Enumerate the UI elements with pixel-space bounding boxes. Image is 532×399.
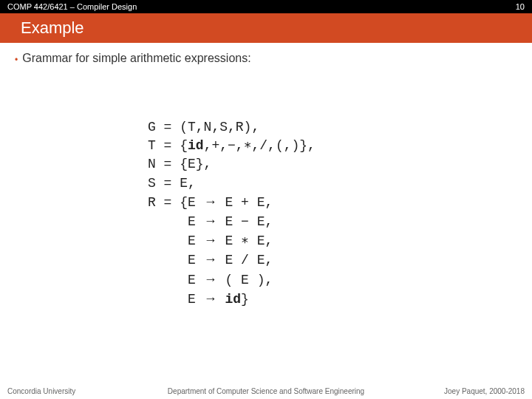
g-l3: N = {E}, [148, 157, 211, 171]
g-l2c: ,+,−,∗,/,(,)}, [204, 138, 316, 153]
g-l2b: id [188, 138, 204, 153]
slide-number: 10 [516, 2, 525, 11]
bullet-text: Grammar for simple arithmetic expression… [22, 52, 250, 65]
arrow-icon: → [204, 291, 217, 306]
g-l5b: E + E, [217, 195, 273, 210]
grammar-block: G = (T,N,S,R), T = {id,+,−,∗,/,(,)}, N =… [148, 118, 517, 309]
g-l4: S = E, [148, 176, 196, 191]
arrow-icon: → [204, 233, 217, 248]
g-l2a: T = { [148, 138, 188, 153]
arrow-icon: → [204, 214, 217, 228]
arrow-icon: → [204, 252, 217, 267]
slide-footer: Concordia University Department of Compu… [0, 385, 532, 399]
g-l5a: R = {E [148, 195, 204, 210]
g-l7a: E [148, 233, 204, 248]
arrow-icon: → [204, 272, 217, 287]
arrow-icon: → [204, 194, 217, 209]
g-l10d: } [241, 292, 249, 307]
g-l6b: E − E, [217, 214, 273, 229]
slide-header: COMP 442/6421 – Compiler Design 10 [0, 0, 532, 13]
slide-content: • Grammar for simple arithmetic expressi… [0, 43, 532, 309]
g-l7b: E ∗ E, [217, 233, 273, 248]
g-l10a: E [148, 292, 204, 307]
bullet-icon: • [15, 52, 18, 68]
g-l10c: id [225, 292, 241, 307]
bullet-item: • Grammar for simple arithmetic expressi… [15, 52, 517, 68]
footer-right: Joey Paquet, 2000-2018 [444, 387, 525, 395]
title-text: Example [21, 18, 84, 38]
g-l9b: ( E ), [217, 273, 273, 287]
slide-title: Example [0, 13, 532, 43]
footer-center: Department of Computer Science and Softw… [168, 387, 364, 395]
g-l1: G = (T,N,S,R), [148, 120, 259, 134]
g-l8b: E / E, [217, 253, 273, 267]
g-l9a: E [148, 273, 204, 287]
footer-left: Concordia University [7, 387, 75, 395]
g-l10b [217, 292, 225, 307]
g-l8a: E [148, 253, 204, 267]
g-l6a: E [148, 214, 204, 229]
course-code: COMP 442/6421 – Compiler Design [7, 2, 137, 11]
